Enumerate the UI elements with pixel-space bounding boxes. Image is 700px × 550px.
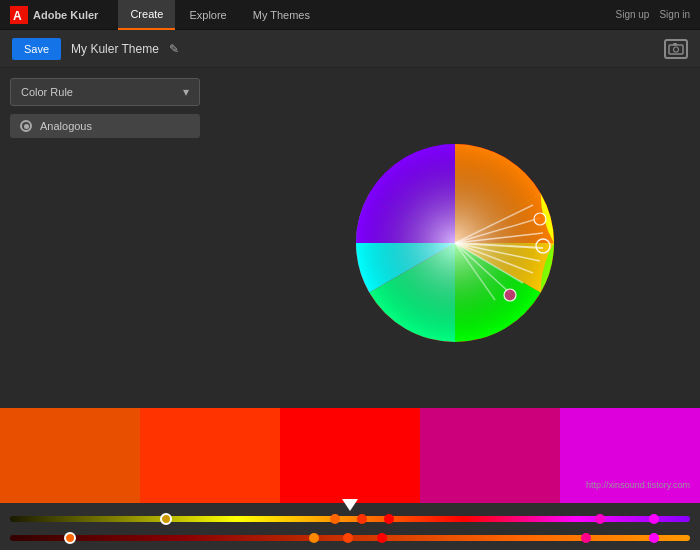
app-title: Adobe Kuler	[33, 9, 98, 21]
color-wheel[interactable]	[355, 143, 555, 343]
edit-icon[interactable]: ✎	[169, 42, 179, 56]
slider-thumb-1[interactable]	[160, 513, 172, 525]
slider-dot-1e[interactable]	[649, 514, 659, 524]
logo: A Adobe Kuler	[10, 6, 98, 24]
nav-tabs: Create Explore My Themes	[118, 0, 615, 30]
slider-dot-1a[interactable]	[330, 514, 340, 524]
slider-dot-1b[interactable]	[357, 514, 367, 524]
slider-track-2[interactable]	[10, 535, 690, 541]
svg-point-19	[504, 289, 516, 301]
theme-name: My Kuler Theme	[71, 42, 159, 56]
nav-tab-mythemes[interactable]: My Themes	[241, 0, 322, 30]
svg-rect-2	[669, 45, 683, 54]
color-rule-label: Color Rule	[21, 86, 73, 98]
save-button[interactable]: Save	[12, 38, 61, 60]
slider-thumb-2[interactable]	[64, 532, 76, 544]
swatch-1[interactable]	[0, 408, 140, 503]
color-wheel-container	[355, 143, 555, 343]
signin-link[interactable]: Sign in	[659, 9, 690, 20]
swatch-3[interactable]	[280, 408, 420, 503]
slider-dot-2a[interactable]	[309, 533, 319, 543]
slider-row-2	[10, 529, 690, 547]
slider-dot-2e[interactable]	[649, 533, 659, 543]
swatch-active-marker	[342, 499, 358, 511]
svg-point-3	[674, 47, 679, 52]
svg-rect-4	[673, 43, 677, 46]
signup-link[interactable]: Sign up	[616, 9, 650, 20]
wheel-area	[210, 68, 700, 408]
main-content: Color Rule ▾ Analogous	[0, 68, 700, 408]
slider-dot-2c[interactable]	[377, 533, 387, 543]
nav-tab-explore[interactable]: Explore	[177, 0, 238, 30]
radio-button[interactable]	[20, 120, 32, 132]
adobe-icon: A	[10, 6, 28, 24]
watermark: http://xinsound.tistory.com	[586, 480, 690, 490]
slider-dot-2d[interactable]	[581, 533, 591, 543]
nav-right: Sign up Sign in	[616, 9, 691, 20]
option-label: Analogous	[40, 120, 92, 132]
slider-dot-2b[interactable]	[343, 533, 353, 543]
toolbar: Save My Kuler Theme ✎	[0, 30, 700, 68]
dropdown-arrow-icon: ▾	[183, 85, 189, 99]
radio-inner	[24, 124, 29, 129]
color-rule-option[interactable]: Analogous	[10, 114, 200, 138]
left-panel: Color Rule ▾ Analogous	[0, 68, 210, 408]
slider-row-1	[10, 510, 690, 528]
swatch-4[interactable]	[420, 408, 560, 503]
svg-text:A: A	[13, 9, 22, 23]
nav-tab-create[interactable]: Create	[118, 0, 175, 30]
camera-icon[interactable]	[664, 39, 688, 59]
slider-dot-1c[interactable]	[384, 514, 394, 524]
slider-track-1[interactable]	[10, 516, 690, 522]
swatch-2[interactable]	[140, 408, 280, 503]
slider-dot-1d[interactable]	[595, 514, 605, 524]
color-rule-dropdown[interactable]: Color Rule ▾	[10, 78, 200, 106]
svg-point-20	[534, 213, 546, 225]
top-nav: A Adobe Kuler Create Explore My Themes S…	[0, 0, 700, 30]
